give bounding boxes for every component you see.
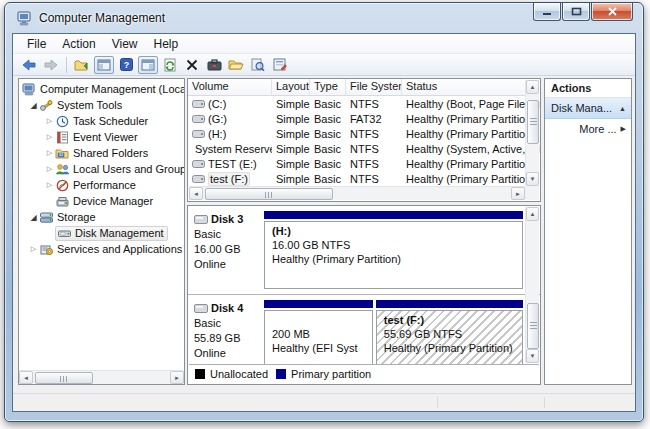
expander-collapsed-icon[interactable]: ▷: [44, 165, 55, 173]
expander-collapsed-icon[interactable]: ▷: [44, 117, 55, 125]
back-button[interactable]: [19, 56, 39, 74]
scroll-right-icon[interactable]: ►: [511, 187, 525, 200]
tree-item-task-scheduler[interactable]: ▷ Task Scheduler: [19, 113, 184, 129]
tree-item-storage[interactable]: ◢ Storage: [19, 209, 184, 225]
volume-row[interactable]: (G:) Simple Basic FAT32 Healthy (Primary…: [188, 111, 540, 126]
disk-management-icon: [57, 227, 72, 240]
action-pane-toggle-button[interactable]: [138, 56, 158, 74]
volume-row[interactable]: TEST (E:) Simple Basic NTFS Healthy (Pri…: [188, 156, 540, 171]
disk-pane-vertical-scrollbar[interactable]: ▲ ▼: [525, 207, 539, 363]
volume-name: (C:): [208, 98, 226, 110]
tree-item-services-and-applications[interactable]: ▷ Services and Applications: [19, 241, 184, 257]
scroll-left-icon[interactable]: ◄: [19, 371, 33, 384]
volume-row-selected[interactable]: test (F:) Simple Basic NTFS Healthy (Pri…: [188, 171, 540, 186]
volume-type: Basic: [310, 158, 346, 170]
expander-collapsed-icon[interactable]: ▷: [44, 181, 55, 189]
volume-row[interactable]: (C:) Simple Basic NTFS Healthy (Boot, Pa…: [188, 96, 540, 111]
volume-layout: Simple: [272, 98, 310, 110]
forward-button[interactable]: [41, 56, 61, 74]
search-button[interactable]: [248, 56, 268, 74]
legend-item-primary-partition: Primary partition: [276, 368, 371, 380]
tree-item-performance[interactable]: ▷ Performance: [19, 177, 184, 193]
scroll-down-icon[interactable]: ▼: [526, 349, 539, 363]
partition-test-f-selected[interactable]: test (F:) 55.69 GB NTFS Healthy (Primary…: [376, 300, 523, 365]
tree-item-shared-folders[interactable]: ▷ 32 Shared Folders: [19, 145, 184, 161]
partition-name: [272, 313, 372, 327]
minimize-button[interactable]: [533, 3, 561, 21]
delete-icon: [186, 59, 198, 71]
tree-item-system-tools[interactable]: ◢ System Tools: [19, 97, 184, 113]
actions-group-disk-management[interactable]: Disk Mana... ▲: [545, 98, 631, 119]
volume-row[interactable]: System Reserved Simple Basic NTFS Health…: [188, 141, 540, 156]
disk-kind: Basic: [194, 227, 260, 242]
volume-list-pane: Volume Layout Type File System Status (C…: [187, 78, 541, 202]
volume-list-horizontal-scrollbar[interactable]: ◄ ►: [189, 186, 525, 200]
column-header-status[interactable]: Status: [402, 79, 526, 96]
menu-action[interactable]: Action: [54, 35, 103, 53]
delete-button[interactable]: [182, 56, 202, 74]
maximize-button[interactable]: [562, 3, 590, 21]
scrollbar-thumb[interactable]: [527, 303, 539, 349]
scroll-down-icon[interactable]: ▼: [526, 172, 539, 186]
scroll-up-icon[interactable]: ▲: [526, 207, 539, 221]
collapse-icon[interactable]: ▲: [619, 105, 626, 112]
actions-more-item[interactable]: More ... ▶: [545, 119, 631, 139]
volume-layout: Simple: [272, 143, 310, 155]
tree-item-local-users-and-groups[interactable]: ▷ Local Users and Groups: [19, 161, 184, 177]
open-folder-button[interactable]: [226, 56, 246, 74]
column-header-type[interactable]: Type: [310, 79, 346, 96]
volume-type: Basic: [310, 98, 346, 110]
minimize-icon: [542, 7, 552, 16]
scrollbar-thumb[interactable]: [35, 372, 93, 384]
help-button[interactable]: ?: [116, 56, 136, 74]
column-header-volume[interactable]: Volume: [188, 79, 272, 96]
titlebar[interactable]: Computer Management: [5, 3, 643, 33]
expander-collapsed-icon[interactable]: ▷: [28, 245, 39, 253]
partition-h[interactable]: (H:) 16.00 GB NTFS Healthy (Primary Part…: [264, 211, 523, 289]
tree-item-computer-management[interactable]: Computer Management (Local: [19, 81, 184, 97]
column-header-layout[interactable]: Layout: [272, 79, 310, 96]
disk3-info[interactable]: Disk 3 Basic 16.00 GB Online: [188, 206, 260, 294]
column-header-file-system[interactable]: File System: [346, 79, 402, 96]
scrollbar-thumb[interactable]: [205, 188, 333, 200]
volume-file-system: NTFS: [346, 158, 402, 170]
refresh-button[interactable]: [160, 56, 180, 74]
maximize-icon: [571, 7, 582, 16]
scrollbar-thumb[interactable]: [527, 100, 539, 144]
tree-selection-highlight: Disk Management: [55, 226, 168, 241]
close-button[interactable]: [591, 3, 633, 21]
show-console-tree-button[interactable]: [72, 56, 92, 74]
volume-status: Healthy (Primary Partition): [402, 158, 540, 170]
disk-row-disk3: Disk 3 Basic 16.00 GB Online (H:) 16.00 …: [188, 206, 540, 294]
properties-button[interactable]: [204, 56, 224, 74]
menu-help[interactable]: Help: [146, 35, 187, 53]
tree-item-event-viewer[interactable]: ▷ Event Viewer: [19, 129, 184, 145]
menu-view[interactable]: View: [104, 35, 146, 53]
expander-collapsed-icon[interactable]: ▷: [44, 149, 55, 157]
scroll-up-icon[interactable]: ▲: [526, 80, 539, 94]
expander-expanded-icon[interactable]: ◢: [28, 213, 39, 222]
console-tree: Computer Management (Local ◢ System Tool…: [19, 81, 184, 369]
partition-color-bar: [264, 300, 373, 308]
partition-color-bar: [376, 300, 523, 308]
console-settings-button[interactable]: [270, 56, 290, 74]
actions-group-label: Disk Mana...: [551, 102, 612, 114]
volume-list-vertical-scrollbar[interactable]: ▲ ▼: [525, 80, 539, 186]
scroll-right-icon[interactable]: ►: [170, 371, 184, 384]
performance-icon: [55, 179, 70, 192]
volume-icon: [192, 100, 205, 108]
tree-horizontal-scrollbar[interactable]: ◄ ►: [19, 370, 184, 384]
menu-file[interactable]: File: [19, 35, 54, 53]
scroll-left-icon[interactable]: ◄: [189, 187, 203, 200]
expander-expanded-icon[interactable]: ◢: [28, 101, 39, 110]
expander-collapsed-icon[interactable]: ▷: [44, 133, 55, 141]
volume-status: Healthy (Primary Partition): [402, 173, 540, 185]
volume-row[interactable]: (H:) Simple Basic NTFS Healthy (Primary …: [188, 126, 540, 141]
console-tree-toggle-button[interactable]: [94, 56, 114, 74]
actions-header: Actions: [545, 79, 631, 98]
partition-efi[interactable]: 200 MB Healthy (EFI Syst: [264, 300, 373, 365]
task-scheduler-icon: [55, 115, 70, 128]
tree-item-device-manager[interactable]: Device Manager: [19, 193, 184, 209]
tree-item-disk-management[interactable]: Disk Management: [19, 225, 184, 241]
disk4-info[interactable]: Disk 4 Basic 55.89 GB Online: [188, 295, 260, 370]
